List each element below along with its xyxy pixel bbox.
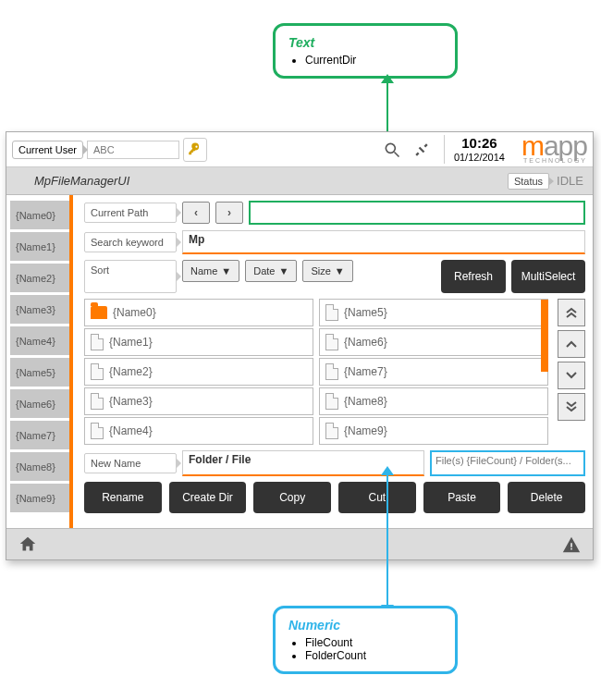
search-input[interactable]: Mp — [182, 230, 585, 254]
sidebar-tab[interactable]: {Name7} — [10, 421, 69, 450]
sort-date-button[interactable]: Date▼ — [245, 260, 297, 282]
double-down-icon — [566, 401, 577, 412]
sidebar-tab[interactable]: {Name2} — [10, 264, 69, 293]
sort-size-button[interactable]: Size▼ — [302, 260, 352, 282]
sidebar-tab[interactable]: {Name8} — [10, 452, 69, 482]
refresh-button[interactable]: Refresh — [441, 260, 506, 293]
callout-text-title: Text — [288, 35, 442, 50]
scroll-bottom-button[interactable] — [558, 393, 585, 421]
status-value: IDLE — [557, 174, 583, 188]
sidebar-tab[interactable]: {Name5} — [10, 358, 69, 387]
down-icon — [566, 371, 577, 380]
status-label: Status — [508, 173, 549, 190]
tools-icon — [412, 141, 431, 159]
path-back-button[interactable]: ‹ — [182, 202, 210, 224]
sort-name-button[interactable]: Name▼ — [182, 260, 239, 282]
file-icon — [91, 393, 104, 410]
chevron-down-icon: ▼ — [335, 265, 345, 276]
file-icon — [325, 363, 338, 380]
file-item[interactable]: {Name1} — [84, 328, 313, 356]
warning-icon — [561, 534, 582, 555]
paste-button[interactable]: Paste — [423, 482, 501, 513]
file-icon — [91, 423, 104, 439]
sidebar-tab[interactable]: {Name6} — [10, 389, 69, 419]
sidebar-tab[interactable]: {Name1} — [10, 232, 69, 262]
chevron-down-icon: ▼ — [278, 265, 288, 276]
settings-button[interactable] — [409, 137, 435, 163]
current-path-label: Current Path — [84, 203, 177, 223]
file-icon — [91, 334, 104, 350]
file-icon — [325, 423, 338, 439]
folder-icon — [91, 306, 107, 319]
user-name-field[interactable]: ABC — [87, 141, 179, 159]
scroll-top-button[interactable] — [558, 299, 585, 326]
search-icon — [383, 141, 401, 159]
up-icon — [566, 339, 577, 349]
file-grid: {Name0} {Name1} {Name2} {Name3} {Name4} … — [84, 299, 585, 445]
delete-button[interactable]: Delete — [508, 482, 585, 513]
callout-text: Text CurrentDir — [273, 23, 458, 79]
chevron-down-icon: ▼ — [221, 265, 231, 276]
page-title: MpFileManagerUI — [34, 174, 129, 188]
file-folder-count: File(s) {FileCount} / Folder(s... — [430, 450, 585, 476]
file-item[interactable]: {Name3} — [84, 387, 313, 415]
title-bar: MpFileManagerUI Status IDLE — [6, 167, 593, 195]
scroll-indicator — [541, 300, 548, 372]
callout-numeric-item: FolderCount — [305, 649, 442, 662]
copy-button[interactable]: Copy — [253, 482, 331, 513]
date-value: 01/12/2014 — [454, 152, 505, 164]
search-label: Search keyword — [84, 232, 177, 252]
path-forward-button[interactable]: › — [215, 202, 243, 224]
callout-numeric-title: Numeric — [288, 618, 442, 632]
file-item[interactable]: {Name5} — [319, 299, 548, 326]
file-item[interactable]: {Name9} — [319, 417, 548, 445]
file-item[interactable]: {Name0} — [84, 299, 313, 326]
alert-button[interactable] — [561, 534, 582, 555]
svg-line-1 — [394, 152, 399, 156]
arrow-line — [386, 473, 388, 608]
current-path-field[interactable] — [249, 201, 585, 225]
file-item[interactable]: {Name7} — [319, 358, 548, 386]
time-value: 10:26 — [454, 135, 505, 152]
home-button[interactable] — [18, 534, 38, 555]
clock: 10:26 01/12/2014 — [444, 135, 505, 164]
logo-sub: TECHNOLOGY — [514, 157, 587, 164]
app-window: Current User ABC 10:26 01/12/2014 mapp T… — [6, 131, 594, 560]
callout-numeric-item: FileCount — [305, 636, 442, 649]
file-icon — [325, 304, 338, 321]
file-item[interactable]: {Name4} — [84, 417, 313, 445]
sidebar: {Name0} {Name1} {Name2} {Name3} {Name4} … — [6, 195, 73, 528]
sidebar-tab[interactable]: {Name3} — [10, 295, 69, 325]
main-content: Current Path ‹ › Search keyword Mp Sort … — [73, 195, 593, 528]
file-icon — [91, 363, 104, 380]
scroll-up-button[interactable] — [558, 330, 585, 358]
cut-button[interactable]: Cut — [338, 482, 416, 513]
file-item[interactable]: {Name8} — [319, 387, 548, 415]
newname-label: New Name — [84, 453, 177, 473]
file-icon — [325, 334, 338, 350]
createdir-button[interactable]: Create Dir — [169, 482, 247, 513]
footer-bar — [6, 528, 593, 559]
svg-point-0 — [386, 143, 395, 153]
search-button[interactable] — [379, 137, 405, 163]
logo: mapp TECHNOLOGY — [514, 135, 587, 164]
sidebar-tab[interactable]: {Name9} — [10, 484, 69, 513]
callout-text-item: CurrentDir — [305, 54, 442, 67]
file-item[interactable]: {Name2} — [84, 358, 313, 386]
action-bar: Rename Create Dir Copy Cut Paste Delete — [84, 482, 585, 513]
sidebar-tab[interactable]: {Name4} — [10, 326, 69, 356]
file-item[interactable]: {Name6} — [319, 328, 548, 356]
multiselect-button[interactable]: MultiSelect — [511, 260, 585, 293]
login-key-button[interactable] — [183, 138, 207, 162]
home-icon — [18, 534, 38, 555]
scroll-down-button[interactable] — [558, 362, 585, 389]
sidebar-tab[interactable]: {Name0} — [10, 201, 69, 230]
callout-numeric: Numeric FileCount FolderCount — [273, 606, 458, 674]
double-up-icon — [566, 307, 577, 318]
header-bar: Current User ABC 10:26 01/12/2014 mapp T… — [6, 132, 593, 167]
file-icon — [325, 393, 338, 410]
rename-button[interactable]: Rename — [84, 482, 162, 513]
key-icon — [187, 141, 203, 158]
sort-label: Sort — [84, 260, 177, 293]
scroll-controls — [558, 299, 585, 445]
